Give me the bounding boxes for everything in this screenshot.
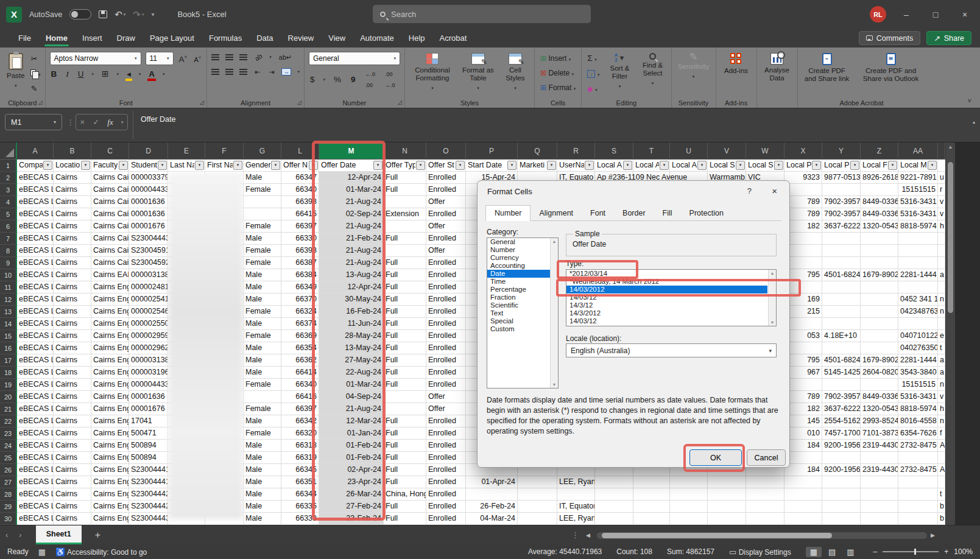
grid-cell[interactable]: Cairns — [54, 306, 91, 318]
grid-cell[interactable]: 00001636 — [129, 208, 168, 220]
grid-cell[interactable]: 000002541 — [129, 294, 168, 306]
italic-button[interactable]: I — [65, 69, 70, 80]
row-header-15[interactable]: 15 — [0, 330, 17, 342]
grid-cell[interactable]: Male — [244, 342, 281, 354]
grid-cell[interactable]: 66397 — [281, 220, 319, 233]
grid-cell[interactable] — [784, 318, 822, 330]
redo-button[interactable]: ↷ — [133, 9, 141, 20]
header-cell-S[interactable]: Local A▾ — [595, 160, 633, 172]
grid-cell[interactable]: 23-Apr-24 — [319, 476, 384, 488]
grid-cell[interactable]: Cairns Eng — [91, 281, 129, 294]
grid-cell[interactable]: Male — [244, 513, 281, 525]
grid-cell[interactable] — [861, 257, 898, 269]
row-header-29[interactable]: 29 — [0, 501, 17, 513]
sheet-tab[interactable]: Sheet1 — [36, 526, 82, 544]
grid-cell[interactable] — [557, 488, 595, 501]
menu-tab-acrobat[interactable]: Acrobat — [432, 29, 474, 47]
grid-cell[interactable]: Full — [384, 318, 426, 330]
grid-cell[interactable]: 01-Jan-24 — [319, 427, 384, 440]
grid-cell[interactable]: 8449-0336 — [861, 196, 898, 208]
column-header-Q[interactable]: Q — [518, 142, 557, 160]
grid-cell[interactable] — [822, 233, 861, 245]
grid-cell[interactable]: 21-Aug-24 — [319, 403, 384, 415]
share-button[interactable]: ↗Share — [926, 31, 971, 45]
filter-button[interactable]: ▾ — [456, 161, 465, 170]
grid-cell[interactable] — [861, 488, 898, 501]
grid-cell[interactable] — [822, 501, 861, 513]
grid-cell[interactable]: n — [938, 379, 945, 391]
grid-cell[interactable]: Cairns — [54, 513, 91, 525]
grid-cell[interactable] — [938, 476, 945, 488]
number-dialog-launcher[interactable]: ◿ — [398, 99, 402, 105]
grid-cell[interactable] — [898, 476, 938, 488]
grid-cell[interactable]: 30-May-24 — [319, 294, 384, 306]
grid-cell[interactable]: Cairns Eng — [91, 501, 129, 513]
grid-cell[interactable]: 00001636 — [129, 391, 168, 403]
grid-cell[interactable]: 66393 — [281, 245, 319, 257]
grid-cell[interactable] — [384, 245, 426, 257]
menu-tab-file[interactable]: File — [11, 29, 38, 47]
percent-style-button[interactable]: % — [333, 74, 342, 85]
undo-button[interactable]: ↶ — [115, 9, 122, 20]
grid-cell[interactable] — [518, 476, 557, 488]
row-header-16[interactable]: 16 — [0, 342, 17, 354]
grid-cell[interactable]: 010 — [784, 427, 822, 440]
grid-cell[interactable]: eBECAS La — [17, 196, 54, 208]
grid-cell[interactable]: 66344 — [281, 488, 319, 501]
filter-button[interactable]: ▾ — [373, 161, 382, 170]
grid-cell[interactable]: f — [938, 427, 945, 440]
grid-cell[interactable]: Cairns — [54, 233, 91, 245]
grid-cell[interactable]: Full — [384, 233, 426, 245]
grid-cell[interactable]: Cairns — [54, 452, 91, 464]
grid-cell[interactable]: Cairns Eng — [91, 464, 129, 476]
zoom-slider-thumb[interactable] — [914, 549, 916, 555]
grid-cell[interactable] — [708, 488, 746, 501]
grid-cell[interactable]: 21-Aug-24 — [319, 257, 384, 269]
merge-center-button[interactable]: ↔ — [281, 68, 291, 76]
grid-cell[interactable] — [861, 294, 898, 306]
grid-cell[interactable]: Enrolled — [426, 513, 466, 525]
grid-cell[interactable] — [898, 488, 938, 501]
grid-cell[interactable]: Enrolled — [426, 318, 466, 330]
grid-cell[interactable]: Cairns Cai — [91, 233, 129, 245]
grid-cell[interactable]: 000002959 — [129, 330, 168, 342]
avatar[interactable]: RL — [870, 6, 886, 23]
grid-cell[interactable]: 01-Mar-24 — [319, 379, 384, 391]
grid-cell[interactable]: Female — [244, 330, 281, 342]
category-item-text[interactable]: Text — [487, 309, 550, 317]
grid-cell[interactable] — [822, 379, 861, 391]
grid-cell[interactable]: 169 — [784, 294, 822, 306]
row-header-26[interactable]: 26 — [0, 464, 17, 476]
grid-cell[interactable] — [861, 233, 898, 245]
grid-cell[interactable]: 8449-0336 — [861, 208, 898, 220]
grid-cell[interactable]: 21-Aug-24 — [319, 220, 384, 233]
grid-cell[interactable]: 000002481 — [129, 281, 168, 294]
menu-tab-formulas[interactable]: Formulas — [202, 29, 249, 47]
row-header-23[interactable]: 23 — [0, 427, 17, 440]
grid-cell[interactable]: 01-Apr-24 — [466, 476, 518, 488]
decrease-font-button[interactable]: A˅ — [192, 52, 202, 65]
menu-tab-help[interactable]: Help — [401, 29, 432, 47]
grid-cell[interactable]: S23004443 — [129, 233, 168, 245]
grid-cell[interactable] — [784, 476, 822, 488]
grid-cell[interactable]: Full — [384, 342, 426, 354]
grid-cell[interactable] — [861, 281, 898, 294]
grid-cell[interactable]: 66387 — [281, 257, 319, 269]
header-cell-B[interactable]: Locatio▾ — [54, 160, 91, 172]
grid-cell[interactable]: 13-May-24 — [319, 342, 384, 354]
grid-cell[interactable]: 2732-8475 — [898, 440, 938, 452]
row-header-14[interactable]: 14 — [0, 318, 17, 330]
grid-cell[interactable] — [898, 245, 938, 257]
menu-tab-view[interactable]: View — [321, 29, 353, 47]
column-header-G[interactable]: G — [244, 142, 281, 160]
fill-color-button[interactable]: ◂ — [125, 69, 132, 80]
grid-cell[interactable]: 184 — [784, 464, 822, 476]
row-header-24[interactable]: 24 — [0, 440, 17, 452]
grid-cell[interactable]: n — [938, 294, 945, 306]
grid-cell[interactable]: S23004441 — [129, 476, 168, 488]
category-item-special[interactable]: Special — [487, 317, 550, 325]
column-header-AA[interactable]: AA — [898, 142, 938, 160]
decrease-decimal-button[interactable]: .00→.0 — [384, 69, 397, 91]
header-cell-T[interactable]: Local A▾ — [633, 160, 670, 172]
grid-cell[interactable]: eBECAS La — [17, 281, 54, 294]
